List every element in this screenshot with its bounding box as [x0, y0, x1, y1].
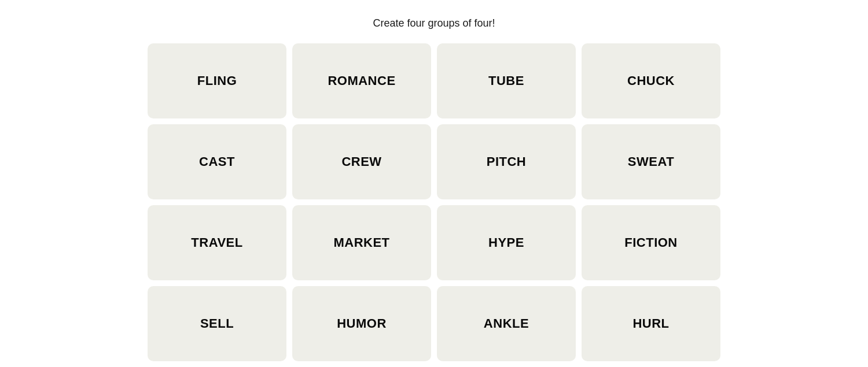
tile-chuck[interactable]: CHUCK [582, 43, 720, 118]
tile-romance[interactable]: ROMANCE [292, 43, 431, 118]
tile-label-humor: HUMOR [337, 316, 387, 331]
tile-label-pitch: PITCH [487, 154, 527, 169]
tile-sell[interactable]: SELL [148, 286, 286, 361]
tile-crew[interactable]: CREW [292, 124, 431, 199]
tile-fiction[interactable]: FICTION [582, 205, 720, 280]
tile-label-hype: HYPE [488, 235, 524, 250]
word-grid: FLINGROMANCETUBECHUCKCASTCREWPITCHSWEATT… [148, 43, 720, 361]
tile-label-crew: CREW [341, 154, 381, 169]
tile-label-romance: ROMANCE [328, 73, 395, 88]
tile-label-fiction: FICTION [624, 235, 678, 250]
tile-label-tube: TUBE [488, 73, 524, 88]
tile-label-ankle: ANKLE [484, 316, 529, 331]
tile-cast[interactable]: CAST [148, 124, 286, 199]
tile-market[interactable]: MARKET [292, 205, 431, 280]
tile-label-travel: TRAVEL [191, 235, 242, 250]
tile-label-hurl: HURL [632, 316, 669, 331]
tile-ankle[interactable]: ANKLE [437, 286, 576, 361]
tile-humor[interactable]: HUMOR [292, 286, 431, 361]
tile-label-market: MARKET [333, 235, 389, 250]
tile-fling[interactable]: FLING [148, 43, 286, 118]
tile-tube[interactable]: TUBE [437, 43, 576, 118]
tile-label-cast: CAST [199, 154, 235, 169]
tile-hype[interactable]: HYPE [437, 205, 576, 280]
tile-travel[interactable]: TRAVEL [148, 205, 286, 280]
tile-sweat[interactable]: SWEAT [582, 124, 720, 199]
subtitle: Create four groups of four! [373, 17, 495, 29]
tile-label-chuck: CHUCK [627, 73, 675, 88]
tile-hurl[interactable]: HURL [582, 286, 720, 361]
tile-label-sell: SELL [200, 316, 234, 331]
tile-label-fling: FLING [197, 73, 237, 88]
tile-pitch[interactable]: PITCH [437, 124, 576, 199]
tile-label-sweat: SWEAT [628, 154, 674, 169]
